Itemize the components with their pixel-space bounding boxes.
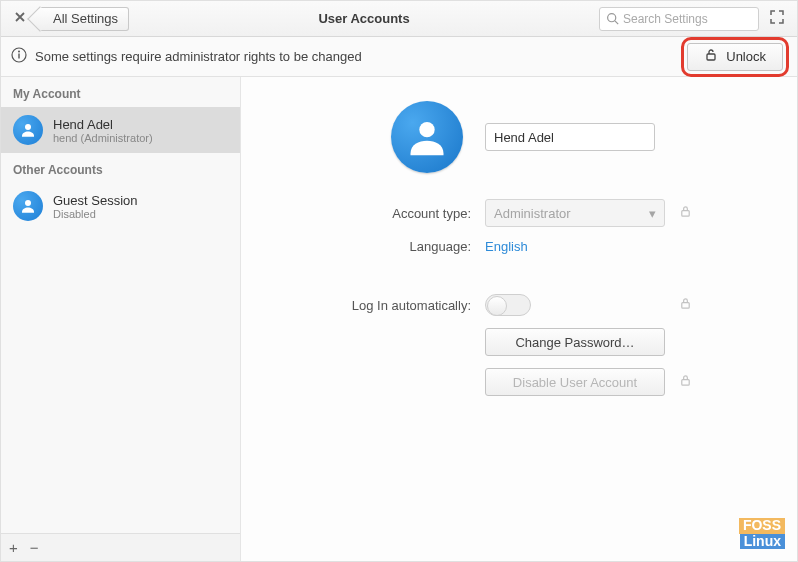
lock-icon <box>679 205 703 221</box>
svg-rect-9 <box>682 211 689 217</box>
account-sub: hend (Administrator) <box>53 132 153 144</box>
back-label: All Settings <box>53 11 118 26</box>
account-row-guest[interactable]: Guest Session Disabled <box>1 183 240 229</box>
accounts-sidebar: My Account Hend Adel hend (Administrator… <box>1 77 241 561</box>
svg-point-8 <box>419 122 434 137</box>
section-other-accounts: Other Accounts <box>1 153 240 183</box>
page-title: User Accounts <box>129 11 599 26</box>
remove-account-button[interactable]: − <box>30 540 39 555</box>
add-account-button[interactable]: + <box>9 540 18 555</box>
label-language: Language: <box>271 239 471 254</box>
lock-icon <box>679 297 703 313</box>
section-my-account: My Account <box>1 77 240 107</box>
lock-icon <box>679 374 703 390</box>
account-row-self[interactable]: Hend Adel hend (Administrator) <box>1 107 240 153</box>
svg-rect-10 <box>682 303 689 309</box>
account-detail-pane: Account type: Administrator ▾ Language: … <box>241 77 797 561</box>
watermark: FOSS Linux <box>739 518 785 549</box>
info-icon <box>11 47 27 66</box>
display-name-input[interactable] <box>485 123 655 151</box>
back-all-settings-button[interactable]: All Settings <box>39 7 129 31</box>
auto-login-toggle[interactable] <box>485 294 531 316</box>
label-account-type: Account type: <box>271 206 471 221</box>
svg-line-1 <box>615 21 618 24</box>
unlock-label: Unlock <box>726 49 766 64</box>
svg-rect-5 <box>707 54 715 60</box>
language-link[interactable]: English <box>485 239 665 254</box>
account-name: Guest Session <box>53 193 138 208</box>
sidebar-footer: + − <box>1 533 240 561</box>
search-icon <box>606 12 619 25</box>
admin-info-bar: Some settings require administrator righ… <box>1 37 797 77</box>
avatar-icon <box>13 191 43 221</box>
watermark-line1: FOSS <box>739 518 785 533</box>
account-type-value: Administrator <box>494 206 571 221</box>
search-field[interactable] <box>599 7 759 31</box>
svg-point-0 <box>608 14 616 22</box>
disable-user-button: Disable User Account <box>485 368 665 396</box>
info-message: Some settings require administrator righ… <box>35 49 683 64</box>
lock-icon <box>704 48 718 65</box>
window-header: All Settings User Accounts <box>1 1 797 37</box>
account-type-select: Administrator ▾ <box>485 199 665 227</box>
watermark-line2: Linux <box>740 534 785 549</box>
avatar-icon <box>13 115 43 145</box>
svg-point-3 <box>18 51 20 53</box>
svg-rect-4 <box>18 54 19 59</box>
svg-rect-11 <box>682 380 689 386</box>
label-auto-login: Log In automatically: <box>271 298 471 313</box>
account-name: Hend Adel <box>53 117 153 132</box>
search-input[interactable] <box>623 12 752 26</box>
unlock-button[interactable]: Unlock <box>687 43 783 71</box>
change-password-button[interactable]: Change Password… <box>485 328 665 356</box>
account-sub: Disabled <box>53 208 138 220</box>
fullscreen-icon[interactable] <box>765 10 789 27</box>
svg-point-6 <box>25 124 31 130</box>
svg-point-7 <box>25 200 31 206</box>
avatar-large[interactable] <box>391 101 463 173</box>
chevron-down-icon: ▾ <box>649 206 656 221</box>
